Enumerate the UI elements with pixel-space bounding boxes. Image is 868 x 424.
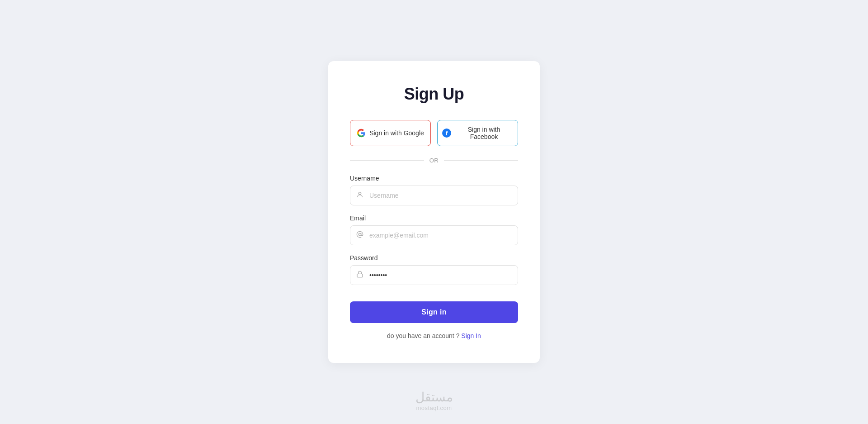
email-input[interactable] (350, 225, 518, 245)
footer-text: do you have an account ? Sign In (350, 332, 518, 339)
social-buttons-group: Sign in with Google f Sign in with Faceb… (350, 120, 518, 146)
footer-question: do you have an account ? (387, 332, 459, 339)
watermark-url: mostaql.com (415, 405, 453, 411)
password-label: Password (350, 254, 518, 262)
email-field-group: Email (350, 214, 518, 245)
username-input-wrapper (350, 186, 518, 205)
divider: OR (350, 157, 518, 164)
username-label: Username (350, 175, 518, 182)
facebook-signin-button[interactable]: f Sign in with Facebook (437, 120, 518, 146)
signin-link[interactable]: Sign In (461, 332, 481, 339)
divider-text: OR (429, 157, 439, 164)
facebook-button-label: Sign in with Facebook (455, 126, 513, 140)
divider-line-left (350, 160, 424, 161)
email-input-wrapper (350, 225, 518, 245)
password-input[interactable] (350, 265, 518, 285)
google-signin-button[interactable]: Sign in with Google (350, 120, 431, 146)
page-title: Sign Up (350, 85, 518, 104)
password-field-group: Password (350, 254, 518, 285)
username-input[interactable] (350, 186, 518, 205)
google-icon (357, 129, 366, 138)
facebook-icon: f (442, 129, 451, 138)
watermark-logo: مستقل (415, 390, 453, 405)
divider-line-right (444, 160, 518, 161)
submit-button[interactable]: Sign in (350, 301, 518, 323)
google-button-label: Sign in with Google (369, 129, 424, 137)
email-label: Email (350, 214, 518, 222)
signup-card: Sign Up Sign in with Google f Sign in wi… (328, 61, 540, 363)
password-input-wrapper (350, 265, 518, 285)
watermark: مستقل mostaql.com (415, 390, 453, 411)
username-field-group: Username (350, 175, 518, 205)
